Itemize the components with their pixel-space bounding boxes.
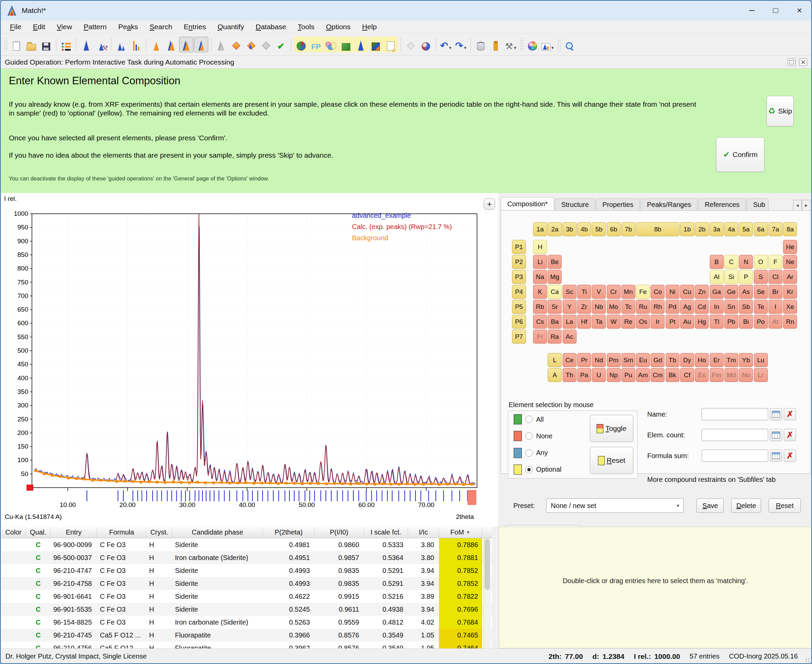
scroll-right-icon[interactable]: ▸ (802, 200, 810, 211)
save-preset-button[interactable]: Save (696, 498, 724, 513)
element-P[interactable]: P (739, 270, 753, 284)
element-Er[interactable]: Er (710, 353, 724, 367)
group-header-5b[interactable]: 5b (592, 222, 606, 236)
group-header-6b[interactable]: 6b (607, 222, 621, 236)
preset-dropdown[interactable]: None / new set ▾ (546, 498, 683, 513)
element-Pb[interactable]: Pb (724, 315, 738, 329)
tools-wrench-icon[interactable]: ⚒▾ (503, 37, 518, 52)
menu-database[interactable]: Database (250, 23, 292, 31)
peak-list-icon[interactable] (129, 37, 143, 52)
element-La[interactable]: La (563, 315, 576, 329)
process-pattern-icon[interactable]: ⚒ (94, 37, 108, 52)
element-Po[interactable]: Po (754, 315, 768, 329)
maximize-button[interactable] (764, 1, 788, 20)
element-Rn[interactable]: Rn (783, 315, 797, 329)
element-Sn[interactable]: Sn (724, 300, 738, 314)
scroll-left-icon[interactable]: ◂ (793, 200, 802, 211)
matching-drop-panel[interactable]: Double-click or drag entries here to sel… (499, 527, 812, 648)
element-W[interactable]: W (607, 315, 621, 329)
element-Yb[interactable]: Yb (739, 353, 753, 367)
clear-matches-icon[interactable] (214, 37, 228, 52)
result-row-96-210-4756[interactable]: C96-210-4756Ca5 F O12 ...HFluorapatite0.… (2, 641, 492, 648)
element-Ar[interactable]: Ar (783, 270, 797, 284)
element-Gd[interactable]: Gd (651, 353, 664, 367)
element-Rh[interactable]: Rh (651, 300, 664, 314)
element-S[interactable]: S (754, 270, 768, 284)
group-header-5a[interactable]: 5a (739, 222, 753, 236)
menu-peaks[interactable]: Peaks (112, 23, 144, 31)
undo-icon[interactable]: ↶▾ (439, 37, 453, 52)
menu-options[interactable]: Options (320, 23, 356, 31)
tab-sub[interactable]: Sub (747, 199, 768, 211)
element-F[interactable]: F (768, 255, 783, 269)
element-Ir[interactable]: Ir (651, 315, 664, 329)
period-label-p1[interactable]: P1 (512, 240, 526, 254)
element-Kr[interactable]: Kr (783, 285, 797, 299)
element-Cu[interactable]: Cu (680, 285, 694, 299)
element-He[interactable]: He (783, 240, 797, 254)
element-Na[interactable]: Na (533, 270, 547, 284)
fit-profile-icon[interactable] (149, 37, 163, 52)
element-Sb[interactable]: Sb (739, 300, 753, 314)
column-header-i-scale-fct-[interactable]: I scale fct. (364, 527, 408, 538)
quantify-pie-icon[interactable] (294, 37, 308, 52)
peak-search-icon[interactable] (114, 37, 129, 52)
any-radio[interactable] (525, 449, 533, 457)
element-Ni[interactable]: Ni (666, 285, 680, 299)
group-header-3b[interactable]: 3b (563, 222, 576, 236)
entries-list-icon[interactable] (59, 37, 73, 52)
element-Cs[interactable]: Cs (533, 315, 547, 329)
element-Pm[interactable]: Pm (607, 353, 621, 367)
element-Tc[interactable]: Tc (622, 300, 635, 314)
element-Np[interactable]: Np (607, 368, 621, 382)
report-icon[interactable] (384, 37, 398, 52)
phases-shapes-icon[interactable] (324, 37, 338, 52)
column-header-cryst-[interactable]: Cryst. (146, 527, 172, 538)
selection-option-all[interactable]: All (514, 414, 589, 425)
element-Ru[interactable]: Ru (636, 300, 650, 314)
group-header-4a[interactable]: 4a (724, 222, 738, 236)
all-radio[interactable] (525, 416, 533, 423)
database-icon[interactable] (474, 37, 488, 52)
fullprof-icon[interactable]: FP (309, 37, 323, 52)
element-Th[interactable]: Th (563, 368, 576, 382)
toolbar-grip[interactable] (557, 38, 561, 50)
raw-data-peak-icon[interactable] (79, 37, 93, 52)
none-radio[interactable] (525, 432, 533, 440)
element-Cf[interactable]: Cf (680, 368, 694, 382)
element-Ag[interactable]: Ag (680, 300, 694, 314)
element-Lr[interactable]: Lr (754, 368, 768, 382)
redo-icon[interactable]: ↷▾ (454, 37, 468, 52)
reset-preset-button[interactable]: Reset (768, 498, 801, 513)
close-button[interactable]: ✕ (788, 1, 811, 20)
element-Br[interactable]: Br (768, 285, 783, 299)
group-header-4b[interactable]: 4b (577, 222, 591, 236)
result-row-96-210-4747[interactable]: C96-210-4747C Fe O3HSiderite0.49930.9835… (2, 564, 492, 577)
candidate-diamond-icon[interactable] (229, 37, 243, 52)
match-pattern-icon[interactable] (194, 37, 208, 52)
tab-composition-[interactable]: Composition* (501, 197, 554, 211)
period-label-p7[interactable]: P7 (512, 330, 526, 343)
column-header-candidate-phase[interactable]: Candidate phase (172, 527, 263, 538)
scrollbar-thumb[interactable] (485, 539, 490, 590)
element-Am[interactable]: Am (636, 368, 650, 382)
column-header-entry[interactable]: Entry (50, 527, 97, 538)
element-Rb[interactable]: Rb (533, 300, 547, 314)
tab-properties[interactable]: Properties (596, 199, 640, 211)
result-row-96-901-5535[interactable]: C96-901-5535C Fe O3HSiderite0.52450.9611… (2, 603, 492, 616)
element-Bk[interactable]: Bk (666, 368, 680, 382)
element-V[interactable]: V (592, 285, 606, 299)
column-header-fom[interactable]: FoM▼ (439, 527, 482, 538)
select-check-icon[interactable]: ✔ (274, 37, 288, 52)
new-document-icon[interactable] (9, 37, 23, 52)
name-field[interactable] (701, 408, 768, 420)
element-Pu[interactable]: Pu (622, 368, 635, 382)
structure-cube-icon[interactable] (369, 37, 383, 52)
tab-peaks-ranges[interactable]: Peaks/Ranges (640, 199, 698, 211)
reset-selection-button[interactable]: Reset (590, 447, 633, 474)
period-label-p4[interactable]: P4 (512, 285, 526, 299)
search-match-icon[interactable] (164, 37, 178, 52)
element-Ca[interactable]: Ca (548, 285, 561, 299)
element-Cm[interactable]: Cm (651, 368, 664, 382)
formula-sum-field-clear-icon[interactable]: ✗ (784, 449, 796, 462)
